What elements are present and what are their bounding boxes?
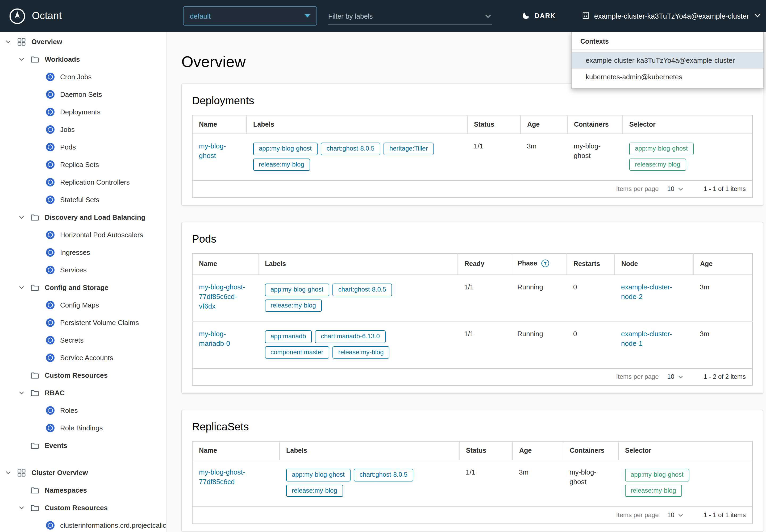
sidebar-item-cluster-overview[interactable]: Cluster Overview [0, 464, 166, 481]
sidebar-item-deployments[interactable]: Deployments [0, 103, 166, 121]
context-menu-item[interactable]: example-cluster-ka3TuTzYo4a@example-clus… [572, 52, 763, 69]
resource-link[interactable]: example-cluster-node-1 [621, 330, 672, 347]
sidebar-item-custom-resources[interactable]: Custom Resources [0, 499, 166, 517]
sidebar-item-namespaces[interactable]: Namespaces [0, 481, 166, 499]
cell-value: 0 [573, 330, 577, 338]
column-header-label: Name [199, 260, 217, 268]
label-badge[interactable]: app:my-blog-ghost [265, 284, 329, 296]
sidebar-item-config-and-storage[interactable]: Config and Storage [0, 279, 166, 296]
cell-labels: app:mariadbchart:mariadb-6.13.0component… [258, 322, 458, 368]
column-header-labels: Labels [280, 441, 459, 460]
page-size-select[interactable]: 10 [667, 511, 684, 520]
chevron-down-icon[interactable] [484, 12, 492, 20]
sidebar-item-services[interactable]: Services [0, 261, 166, 279]
sidebar-item-persistent-volume-claims[interactable]: Persistent Volume Claims [0, 314, 166, 331]
sidebar-item-overview[interactable]: Overview [0, 33, 166, 51]
label-badge[interactable]: release:my-blog [253, 158, 310, 171]
sidebar-item-daemon-sets[interactable]: Daemon Sets [0, 86, 166, 103]
sidebar-item-config-maps[interactable]: Config Maps [0, 296, 166, 314]
chevron-down-icon[interactable] [19, 285, 30, 290]
label-badge[interactable]: app:my-blog-ghost [253, 143, 318, 155]
role-bindings-icon [46, 423, 55, 433]
chevron-down-icon[interactable] [19, 56, 30, 62]
sidebar-item-events[interactable]: Events [0, 437, 166, 454]
cell-labels: app:my-blog-ghostchart:ghost-8.0.5herita… [247, 134, 467, 181]
sidebar-item-jobs[interactable]: Jobs [0, 121, 166, 138]
resource-link[interactable]: my-blog-mariadb-0 [199, 330, 230, 347]
sidebar-item-rbac[interactable]: RBAC [0, 384, 166, 402]
context-menu-item[interactable]: kubernetes-admin@kubernetes [572, 69, 763, 85]
resource-link[interactable]: my-blog-ghost-77df85c6cd-vf6dx [199, 283, 245, 310]
sidebar-item-clusterinformations-crd-projectcalico-org[interactable]: clusterinformations.crd.projectcalico.or… [0, 517, 166, 532]
resource-link[interactable]: my-blog-ghost [199, 142, 226, 160]
deployments-icon [46, 107, 55, 117]
cell-value: 1/1 [464, 330, 474, 338]
label-badge[interactable]: chart:mariadb-6.13.0 [315, 330, 385, 343]
namespace-value: default [190, 12, 211, 20]
label-filter [328, 9, 492, 24]
label-badge[interactable]: release:my-blog [286, 485, 343, 497]
sidebar-item-replica-sets[interactable]: Replica Sets [0, 156, 166, 173]
column-header-label: Containers [574, 121, 609, 128]
header: Octant default DARK example-cluster-ka3T… [0, 0, 766, 32]
sidebar-item-cron-jobs[interactable]: Cron Jobs [0, 68, 166, 86]
pagination: Items per page101 - 1 of 1 items [199, 185, 746, 194]
theme-toggle[interactable]: DARK [522, 0, 556, 32]
label-badge[interactable]: component:master [265, 346, 329, 359]
column-header-label: Age [527, 121, 540, 128]
persistent-volume-claims-icon [46, 318, 55, 327]
filter-input[interactable] [328, 12, 484, 20]
sidebar-item-roles[interactable]: Roles [0, 402, 166, 419]
page-size-value: 10 [667, 185, 675, 194]
label-badge[interactable]: release:my-blog [332, 346, 390, 359]
cell-text: 3m [693, 322, 752, 368]
chevron-down-icon[interactable] [19, 390, 30, 396]
sidebar-item-workloads[interactable]: Workloads [0, 51, 166, 68]
resource-link[interactable]: my-blog-ghost-77df85c6cd [199, 468, 245, 486]
chevron-down-icon[interactable] [19, 214, 30, 220]
label-badge[interactable]: chart:ghost-8.0.5 [321, 143, 380, 155]
page-size-select[interactable]: 10 [667, 373, 684, 382]
sidebar-item-discovery-and-load-balancing[interactable]: Discovery and Load Balancing [0, 209, 166, 226]
column-header-selector: Selector [623, 115, 752, 134]
selector-badge[interactable]: app:my-blog-ghost [629, 143, 694, 155]
column-header-label: Age [700, 260, 713, 268]
filter-icon[interactable] [541, 259, 549, 269]
chevron-down-icon[interactable] [5, 39, 17, 45]
label-badge[interactable]: app:my-blog-ghost [286, 469, 351, 481]
label-badge[interactable]: app:mariadb [265, 330, 312, 343]
sidebar-item-pods[interactable]: Pods [0, 138, 166, 156]
selector-badge[interactable]: release:my-blog [629, 158, 686, 171]
selector-badge[interactable]: app:my-blog-ghost [625, 469, 689, 481]
sidebar-item-label: RBAC [45, 389, 65, 397]
label-badge[interactable]: chart:ghost-8.0.5 [332, 284, 392, 296]
sidebar-item-stateful-sets[interactable]: Stateful Sets [0, 191, 166, 209]
context-button[interactable]: example-cluster-ka3TuTzYo4a@example-clus… [581, 0, 762, 32]
sidebar-item-horizontal-pod-autoscalers[interactable]: Horizontal Pod Autoscalers [0, 226, 166, 244]
label-badge[interactable]: chart:ghost-8.0.5 [354, 469, 413, 481]
column-header-label: Node [621, 260, 638, 268]
cell-text: Running [511, 322, 567, 368]
cell-value: 3m [519, 468, 528, 476]
selector-badge[interactable]: release:my-blog [625, 485, 682, 497]
chevron-down-icon[interactable] [19, 505, 30, 511]
sidebar-item-replication-controllers[interactable]: Replication Controllers [0, 173, 166, 191]
cell-labels: app:my-blog-ghostchart:ghost-8.0.5releas… [258, 275, 458, 322]
resource-link[interactable]: example-cluster-node-2 [621, 283, 672, 301]
label-badge[interactable]: heritage:Tiller [384, 143, 434, 155]
sidebar-item-secrets[interactable]: Secrets [0, 331, 166, 349]
sidebar-item-custom-resources[interactable]: Custom Resources [0, 367, 166, 384]
label-badge[interactable]: release:my-blog [265, 299, 322, 312]
deployments-card: Deployments NameLabelsStatusAgeContainer… [181, 84, 763, 206]
page-size-select[interactable]: 10 [667, 185, 684, 194]
sidebar-item-label: Config and Storage [45, 284, 109, 292]
sidebar-item-role-bindings[interactable]: Role Bindings [0, 419, 166, 437]
sidebar-item-ingresses[interactable]: Ingresses [0, 244, 166, 261]
sidebar-item-label: Horizontal Pod Autoscalers [60, 231, 143, 239]
sidebar-item-label: Roles [60, 406, 78, 414]
sidebar-item-service-accounts[interactable]: Service Accounts [0, 349, 166, 367]
sidebar-item-label: Role Bindings [60, 424, 103, 432]
namespace-select[interactable]: default [183, 6, 317, 26]
column-header-label: Ready [464, 260, 484, 268]
chevron-down-icon[interactable] [5, 470, 17, 476]
